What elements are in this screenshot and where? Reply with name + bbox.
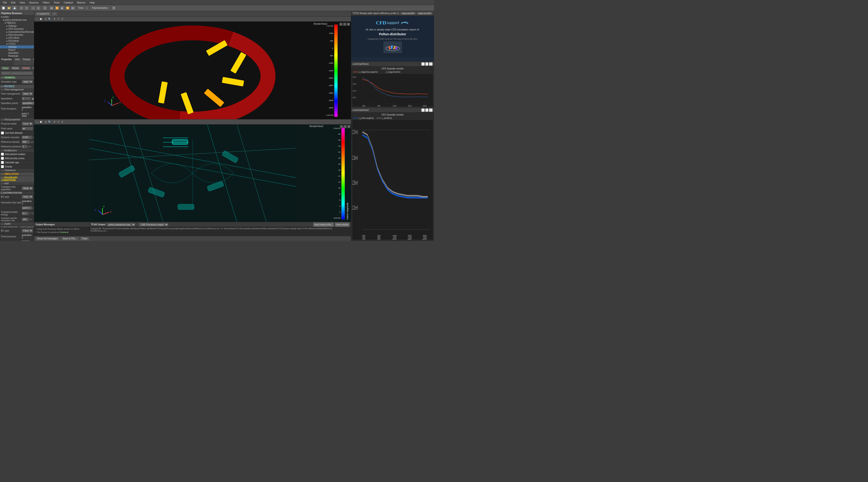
rv1-zoom[interactable]: 🔍 xyxy=(48,17,52,21)
passive-scalars-cb[interactable] xyxy=(1,153,4,156)
rv1-minimize[interactable]: ─ xyxy=(339,23,343,26)
rv2-btn1[interactable]: ↔ xyxy=(35,120,39,124)
rv1-camera-reset[interactable]: ⊙ xyxy=(44,17,48,21)
toolbar-reset-camera[interactable]: ⊙ xyxy=(43,6,47,10)
fluid-name-input[interactable] xyxy=(22,127,33,130)
toolbar-open[interactable]: 📂 xyxy=(6,6,11,10)
toolbar-undo[interactable]: ↩ xyxy=(19,6,24,10)
outlet-tab-1[interactable]: 3_JET2-outlet-small xyxy=(0,226,19,228)
rv1-btn1[interactable]: ↔ xyxy=(35,17,39,21)
porosity-zones-cb[interactable] xyxy=(1,157,4,160)
toolbar-play-fwd[interactable]: ⏭ xyxy=(71,6,75,10)
sim-type-select[interactable]: stator xyxy=(22,80,33,84)
menu-edit[interactable]: Edit xyxy=(9,1,17,4)
dyn-visc-input[interactable] xyxy=(22,136,32,139)
tab-properties[interactable]: Properties xyxy=(0,58,13,65)
tree-item-cfd-geom[interactable]: ▸ CFD Geometry xyxy=(0,27,34,30)
menu-help[interactable]: Help xyxy=(88,1,97,4)
tree-item-gen-surface[interactable]: ▸ GenerateSurfaceNormals2 xyxy=(0,30,34,33)
tab-display[interactable]: Display xyxy=(22,58,32,65)
ref-density-input[interactable] xyxy=(22,140,30,144)
tcae-clear-btn[interactable]: Clear window xyxy=(335,222,349,227)
toolbar-play-back[interactable]: ⏮ xyxy=(50,6,54,10)
save-to-file-btn[interactable]: Save to File... xyxy=(61,236,79,241)
chart1-btn2[interactable]: □ xyxy=(425,62,429,66)
menu-tools[interactable]: Tools xyxy=(52,1,62,4)
save-pdf-btn[interactable]: Save as PDF xyxy=(400,12,416,15)
bc-title[interactable]: — BOUNDARY CONDITIONS xyxy=(0,176,34,182)
rv2-zoom[interactable]: 🔍 xyxy=(48,120,52,124)
toolbar-new[interactable]: 📄 xyxy=(1,6,6,10)
speedlines-input[interactable] xyxy=(22,97,31,100)
toolbar-prev-frame[interactable]: ⏪ xyxy=(55,6,60,10)
layout-name-btn[interactable]: ▾ Layout #1 xyxy=(35,12,51,16)
rv2-z-pos[interactable]: Z xyxy=(60,120,64,124)
tree-item-tmesh[interactable]: ▾ TMESH1 xyxy=(0,22,34,25)
rv2-x-pos[interactable]: X xyxy=(53,120,56,124)
rv2-y-pos[interactable]: Y xyxy=(57,120,60,124)
tree-item-cfd-mesh[interactable]: ▸ CFD Mesh xyxy=(0,36,34,39)
chart2-btn1[interactable]: ─ xyxy=(421,108,425,112)
reset-button[interactable]: Reset xyxy=(11,66,20,70)
representation-button[interactable]: Representation xyxy=(90,6,110,10)
toolbar-interact[interactable]: ↔ xyxy=(31,6,35,10)
physics-title[interactable]: — PHYSICS xyxy=(0,85,34,88)
menu-filters[interactable]: Filters xyxy=(41,1,52,4)
menu-macros[interactable]: Macros xyxy=(75,1,87,4)
tree-item-residuals[interactable]: Residuals xyxy=(0,55,34,57)
search-input[interactable] xyxy=(1,71,33,75)
turb-ke-input[interactable] xyxy=(22,212,29,215)
menu-view[interactable]: View xyxy=(18,1,27,4)
show-messages-btn[interactable]: Show full messages xyxy=(35,236,60,241)
toolbar-save[interactable]: 💾 xyxy=(12,6,17,10)
toolbar-select[interactable]: ◻ xyxy=(36,6,41,10)
tree-item-fea-geom[interactable]: ▸ FEA Geometry xyxy=(0,33,34,36)
rv1-maximize[interactable]: □ xyxy=(343,23,346,26)
fixed-press-input[interactable] xyxy=(22,240,30,241)
toolbar-play[interactable]: ▶ xyxy=(60,6,65,10)
gravity-cb[interactable] xyxy=(1,165,4,168)
tab-view[interactable]: View xyxy=(13,58,22,65)
turb-dissip-input[interactable] xyxy=(22,218,29,221)
rv2-camera-reset[interactable]: ⊙ xyxy=(44,120,48,124)
chart1-btn1[interactable]: ─ xyxy=(421,62,425,66)
outlet-bc-type-select[interactable]: Fixed pressure xyxy=(22,229,33,233)
ref-pressure-input[interactable] xyxy=(22,145,27,148)
layout-add-btn[interactable]: + xyxy=(52,12,57,16)
menu-catalyst[interactable]: Catalyst xyxy=(62,1,75,4)
tree-item-quantities[interactable]: Quantities xyxy=(0,52,34,55)
chart1-btn3[interactable]: ✕ xyxy=(429,62,433,66)
inlet-tab-1[interactable]: 1_DISTRIBUTOR-inlet xyxy=(0,191,23,194)
vol-flow-input[interactable] xyxy=(22,206,32,210)
time-mgmt-select[interactable]: steady state xyxy=(22,92,33,96)
menu-sources[interactable]: Sources xyxy=(27,1,40,4)
tcae-save-btn[interactable]: Save output to file... xyxy=(313,222,334,227)
open-pdf-btn[interactable]: Open as PDF xyxy=(417,12,433,15)
outlet-tab-2[interactable]: 4_JET3-outlet-small xyxy=(19,226,34,228)
delete-button[interactable]: Delete xyxy=(21,66,31,70)
rv1-z-pos[interactable]: Z xyxy=(60,17,64,21)
rv1-btn2[interactable]: 🔲 xyxy=(39,17,43,21)
turb-inlet-select[interactable]: Model quantities xyxy=(22,186,33,190)
toolbar-redo[interactable]: ↪ xyxy=(24,6,29,10)
rv1-close[interactable]: ✕ xyxy=(347,23,350,26)
rv1-y-pos[interactable]: Y xyxy=(57,17,60,21)
tcae-file-select[interactable]: pelton-distributor.tcae xyxy=(106,223,135,226)
chart2-btn2[interactable]: □ xyxy=(425,108,429,112)
rv2-maximize[interactable]: □ xyxy=(344,125,347,128)
inlet-bc-type-select[interactable]: Volumetric flow rate xyxy=(22,195,33,199)
tab-information[interactable]: Information xyxy=(32,58,34,65)
phys-model-select[interactable]: Incompressible xyxy=(22,122,33,126)
rv2-btn2[interactable]: 🔲 xyxy=(39,120,43,124)
general-title[interactable]: — GENERAL xyxy=(0,76,34,79)
tree-item-fea-mesh[interactable]: ▸ FEA Mesh xyxy=(0,39,34,42)
simulation-title[interactable]: — SIMULATION xyxy=(0,172,34,176)
menu-file[interactable]: File xyxy=(1,1,9,4)
sp-points-input[interactable] xyxy=(22,101,34,105)
clear-btn[interactable]: Clear xyxy=(80,236,90,241)
tree-item-tcfd1[interactable]: ▾ TCFD1 xyxy=(0,42,34,45)
rv1-x-pos[interactable]: X xyxy=(53,17,56,21)
toolbar-next-frame[interactable]: ⏩ xyxy=(65,6,70,10)
tree-item-pelton[interactable]: ▾ pelton-distributor.tcae xyxy=(0,19,34,22)
rv2-close[interactable]: ✕ xyxy=(347,125,350,128)
